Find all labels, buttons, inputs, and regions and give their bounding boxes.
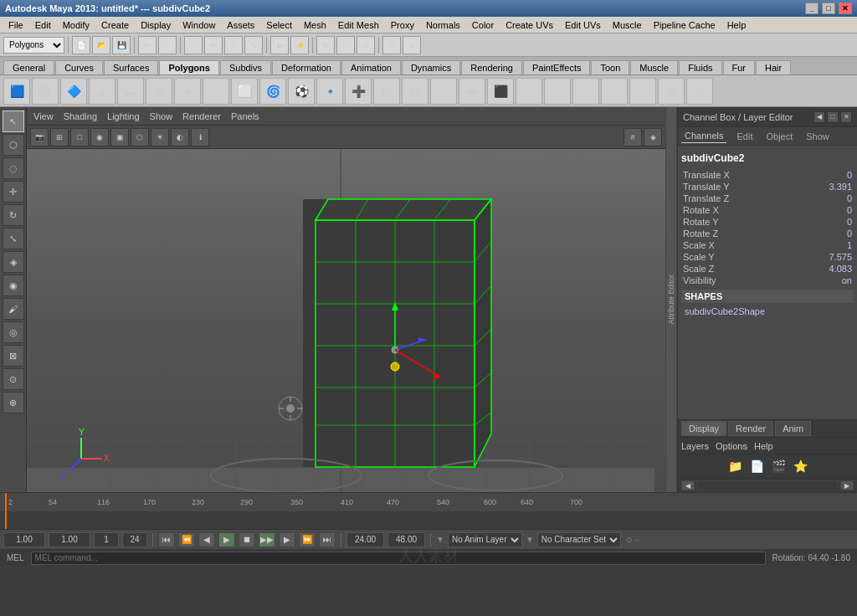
shelf-tab-animation[interactable]: Animation — [341, 60, 401, 74]
info-button[interactable]: ℹ — [403, 36, 421, 54]
save-button[interactable]: 💾 — [112, 36, 131, 54]
shelf-icon-separate[interactable]: ⊍ — [629, 78, 656, 105]
lasso-select-button[interactable]: ◌ — [3, 157, 24, 179]
vp-shade[interactable]: ▣ — [110, 128, 129, 146]
menu-mesh[interactable]: Mesh — [299, 18, 331, 32]
stop-button[interactable]: ⏹ — [239, 532, 255, 547]
shelf-tab-toon[interactable]: Toon — [591, 60, 629, 74]
shelf-icon-pyramid[interactable]: ⬡ — [203, 78, 229, 105]
menu-edit[interactable]: Edit — [30, 18, 56, 32]
prev-frame-button[interactable]: ⏪ — [178, 532, 195, 547]
select-mode-button[interactable]: ↖ — [3, 110, 24, 132]
maximize-button[interactable]: □ — [822, 3, 835, 14]
shelf-icon-extrude[interactable]: ⊞ — [373, 78, 400, 105]
end-frame-field[interactable] — [387, 532, 425, 547]
go-start-button[interactable]: ⏮ — [158, 532, 175, 547]
menu-muscle[interactable]: Muscle — [608, 18, 647, 32]
minimize-button[interactable]: _ — [805, 3, 819, 14]
vp-smooth[interactable]: ◉ — [90, 128, 109, 146]
attr-scale-z[interactable]: Scale Z 4.083 — [681, 263, 854, 275]
ipr-button[interactable]: ⚡ — [290, 36, 309, 54]
menu-assets[interactable]: Assets — [222, 18, 259, 32]
select-tool[interactable]: ⬚ — [184, 36, 203, 54]
attr-translate-x[interactable]: Translate X 0 — [681, 169, 854, 181]
shelf-icon-torus[interactable]: ◉ — [146, 78, 172, 105]
attr-visibility[interactable]: Visibility on — [681, 275, 854, 286]
vp-layout[interactable]: ⊞ — [50, 128, 69, 146]
next-frame-button[interactable]: ⏩ — [299, 532, 316, 547]
menu-select[interactable]: Select — [261, 18, 297, 32]
shelf-tab-curves[interactable]: Curves — [55, 60, 103, 74]
frame-step-field[interactable] — [94, 532, 119, 547]
history-button[interactable]: ⎙ — [382, 36, 401, 54]
attr-translate-y[interactable]: Translate Y 3.391 — [681, 181, 854, 192]
shelf-tab-painteffects[interactable]: PaintEffects — [523, 60, 591, 74]
render-tab[interactable]: Render — [728, 421, 773, 436]
viewport-menu-shading[interactable]: Shading — [64, 111, 97, 121]
snap-point[interactable]: ⊡ — [357, 36, 375, 54]
shelf-icon-cone[interactable]: ▲ — [89, 78, 115, 105]
shelf-tab-dynamics[interactable]: Dynamics — [402, 60, 460, 74]
shelf-icon-prism[interactable]: ◈ — [174, 78, 201, 105]
menu-edit-mesh[interactable]: Edit Mesh — [333, 18, 384, 32]
menu-modify[interactable]: Modify — [58, 18, 95, 32]
attribute-editor-tab[interactable]: Attribute Editor — [665, 107, 677, 492]
start-frame-field[interactable] — [3, 532, 45, 547]
scale-tool[interactable]: ⤡ — [244, 36, 263, 54]
vp-display-quality[interactable]: ◈ — [644, 128, 662, 146]
channel-box-close-btn[interactable]: ✕ — [840, 111, 852, 123]
viewport-menu-view[interactable]: View — [33, 111, 54, 121]
scale-button[interactable]: ⤡ — [3, 228, 24, 249]
attr-rotate-x[interactable]: Rotate X 0 — [681, 204, 854, 216]
move-button[interactable]: ✛ — [3, 181, 24, 203]
menu-create[interactable]: Create — [96, 18, 134, 32]
camera-pan[interactable]: ⊠ — [3, 345, 24, 367]
menu-window[interactable]: Window — [177, 18, 220, 32]
timeline-bar[interactable] — [0, 511, 857, 529]
shelf-icon-add[interactable]: ➕ — [345, 78, 372, 105]
move-tool[interactable]: ✛ — [204, 36, 223, 54]
shelf-icon-cube[interactable]: 🟦 — [3, 78, 30, 105]
star-icon[interactable]: ⭐ — [791, 457, 809, 475]
attr-rotate-y[interactable]: Rotate Y 0 — [681, 216, 854, 228]
redo-button[interactable]: ↪ — [158, 36, 177, 54]
object-tab[interactable]: Object — [762, 130, 796, 143]
shelf-icon-cut[interactable]: ✂ — [572, 78, 599, 105]
vp-wireframe[interactable]: □ — [70, 128, 89, 146]
scroll-left-btn[interactable]: ◀ — [681, 480, 695, 490]
shelf-tab-muscle[interactable]: Muscle — [630, 60, 678, 74]
menu-normals[interactable]: Normals — [421, 18, 465, 32]
shelf-icon-soccer[interactable]: ⚽ — [288, 78, 315, 105]
snap-grid[interactable]: ⊞ — [316, 36, 335, 54]
shelf-icon-helix[interactable]: 🌀 — [259, 78, 286, 105]
shelf-icon-bool[interactable]: ⊕ — [658, 78, 685, 105]
delete-layer-icon[interactable]: 📄 — [747, 457, 766, 475]
open-file-button[interactable]: 📂 — [92, 36, 110, 54]
attr-translate-z[interactable]: Translate Z 0 — [681, 192, 854, 204]
viewport-menu-renderer[interactable]: Renderer — [182, 111, 221, 121]
anim-layer-selector[interactable]: No Anim Layer — [448, 532, 522, 547]
prev-key-button[interactable]: ◀ — [198, 532, 215, 547]
viewport[interactable]: View Shading Lighting Show Renderer Pane… — [27, 107, 665, 492]
horizontal-scrollbar[interactable] — [696, 480, 839, 490]
undo-button[interactable]: ↩ — [138, 36, 157, 54]
shelf-icon-sphere[interactable]: ⬤ — [32, 78, 59, 105]
menu-color[interactable]: Color — [467, 18, 499, 32]
shelf-tab-surfaces[interactable]: Surfaces — [104, 60, 158, 74]
attr-rotate-z[interactable]: Rotate Z 0 — [681, 228, 854, 239]
menu-file[interactable]: File — [3, 18, 28, 32]
show-tab[interactable]: Show — [803, 130, 833, 143]
shelf-icon-loop[interactable]: ∞ — [544, 78, 571, 105]
shelf-icon-target-weld[interactable]: ⊗ — [686, 78, 713, 105]
universal-manip[interactable]: ◈ — [3, 251, 24, 273]
menu-pipeline-cache[interactable]: Pipeline Cache — [649, 18, 721, 32]
shelf-icon-pipe[interactable]: ⬜ — [231, 78, 258, 105]
camera-orbit[interactable]: ⊙ — [3, 368, 24, 390]
menu-display[interactable]: Display — [136, 18, 176, 32]
viewport-menu-show[interactable]: Show — [150, 111, 173, 121]
shelf-icon-bevel[interactable]: ◱ — [430, 78, 457, 105]
anim-tab[interactable]: Anim — [775, 421, 811, 436]
character-selector[interactable]: No Character Set — [537, 532, 621, 547]
vp-shadow[interactable]: ◐ — [171, 128, 189, 146]
vp-hud[interactable]: ℹ — [191, 128, 209, 146]
